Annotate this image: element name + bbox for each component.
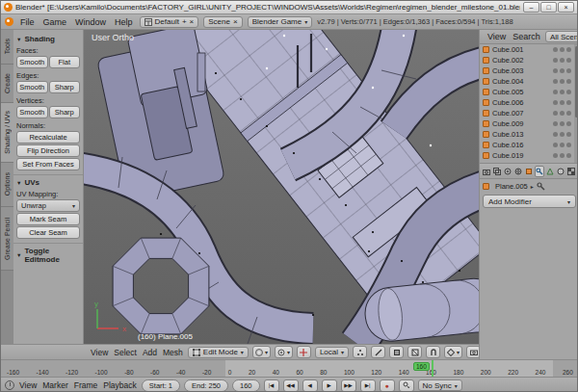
manipulator-translate-button[interactable] [297, 346, 311, 358]
screen-layout-selector[interactable]: Default + × [140, 16, 199, 28]
tab-object-data[interactable] [545, 166, 555, 177]
tab-shading-uvs[interactable]: Shading / UVs [1, 103, 13, 163]
timeline-menu-playback[interactable]: Playback [102, 380, 138, 390]
outliner-row[interactable]: Cube.001 [480, 44, 574, 55]
menu-select[interactable]: Select [113, 348, 138, 357]
auto-keyframe-button[interactable] [399, 379, 414, 392]
viewport-shading-dropdown[interactable]: ▾ [252, 346, 271, 358]
playhead-line[interactable] [432, 360, 434, 377]
unwrap-dropdown[interactable]: Unwrap ▾ [16, 199, 80, 212]
clear-seam-button[interactable]: Clear Seam [16, 226, 80, 239]
maximize-button[interactable]: □ [540, 2, 557, 13]
render-camera-icon[interactable] [566, 68, 571, 73]
eye-icon[interactable] [553, 68, 558, 73]
render-camera-icon[interactable] [566, 143, 571, 147]
tab-material[interactable] [556, 166, 565, 177]
outliner-row[interactable]: Cube.013 [480, 129, 574, 140]
sync-mode-dropdown[interactable]: No Sync ▾ [418, 379, 462, 391]
render-camera-icon[interactable] [566, 58, 571, 63]
tab-world[interactable] [513, 166, 523, 177]
prev-keyframe-button[interactable]: ◀◀ [283, 379, 299, 392]
select-arrow-icon[interactable] [560, 100, 565, 105]
scene-close-icon[interactable]: × [233, 17, 238, 26]
tab-render-layers[interactable] [492, 166, 502, 177]
select-arrow-icon[interactable] [560, 90, 565, 94]
render-camera-icon[interactable] [566, 121, 571, 126]
mark-seam-button[interactable]: Mark Seam [16, 213, 80, 225]
vertices-smooth-button[interactable]: Smooth [16, 106, 48, 118]
render-engine-selector[interactable]: Blender Game ▾ [248, 16, 313, 28]
jump-to-end-button[interactable]: ▶| [360, 379, 376, 392]
select-mode-edge-button[interactable] [371, 346, 385, 358]
layout-close-icon[interactable]: × [190, 17, 195, 26]
menu-add[interactable]: Add [142, 348, 158, 357]
select-mode-vertex-button[interactable] [353, 346, 367, 358]
render-camera-icon[interactable] [566, 47, 571, 52]
timeline-editor-icon[interactable] [5, 380, 14, 390]
timeline-menu-view[interactable]: View [18, 380, 38, 390]
outliner-scope-dropdown[interactable]: All Scenes ▾ [545, 31, 578, 42]
snap-magnet-button[interactable] [426, 346, 440, 358]
select-arrow-icon[interactable] [560, 47, 565, 52]
eye-icon[interactable] [553, 79, 558, 84]
outliner-menu-view[interactable]: View [486, 32, 508, 41]
edges-sharp-button[interactable]: Sharp [49, 81, 81, 93]
tab-texture[interactable] [566, 166, 576, 177]
end-frame-field[interactable]: End: 250 [184, 379, 228, 392]
edges-smooth-button[interactable]: Smooth [16, 81, 48, 93]
tab-render[interactable] [482, 166, 491, 177]
faces-flat-button[interactable]: Flat [49, 56, 81, 68]
outliner-row[interactable]: Cube.002 [480, 55, 574, 65]
flip-direction-button[interactable]: Flip Direction [16, 144, 80, 157]
render-camera-icon[interactable] [566, 132, 571, 137]
play-button[interactable]: ▶ [322, 379, 337, 392]
scene-selector[interactable]: Scene × [203, 16, 242, 28]
timeline-menu-marker[interactable]: Marker [41, 380, 68, 390]
outliner-row[interactable]: Cube.009 [480, 118, 574, 129]
tab-scene[interactable] [503, 166, 512, 177]
jump-to-start-button[interactable]: |◀ [264, 379, 279, 392]
current-frame-field[interactable]: 160 [232, 379, 260, 392]
render-opengl-button[interactable] [466, 346, 479, 358]
panel-header-shading[interactable]: ▼ Shading [16, 35, 80, 43]
blender-menu-icon[interactable] [5, 17, 13, 26]
tab-create[interactable]: Create [1, 65, 13, 103]
eye-icon[interactable] [553, 132, 558, 137]
viewport-3d[interactable]: User Ortho x y (160) Plane.005 [84, 30, 479, 344]
panel-header-uvs[interactable]: ▼ UVs [16, 178, 80, 187]
render-camera-icon[interactable] [566, 100, 571, 105]
outliner-row[interactable]: Cube.003 [480, 65, 574, 76]
render-camera-icon[interactable] [566, 90, 571, 94]
outliner-row[interactable]: Cube.007 [480, 108, 574, 118]
menu-mesh[interactable]: Mesh [162, 348, 184, 357]
add-modifier-dropdown[interactable]: Add Modifier ▾ [483, 195, 576, 208]
recalculate-button[interactable]: Recalculate [16, 131, 80, 144]
eye-icon[interactable] [553, 111, 558, 116]
render-camera-icon[interactable] [566, 79, 571, 84]
select-arrow-icon[interactable] [560, 153, 565, 158]
pivot-point-dropdown[interactable]: ▾ [275, 346, 293, 358]
menu-help[interactable]: Help [113, 17, 135, 27]
eye-icon[interactable] [553, 121, 558, 126]
snap-target-dropdown[interactable]: ▾ [444, 346, 462, 358]
select-arrow-icon[interactable] [560, 58, 565, 63]
outliner-scrollbar[interactable] [574, 44, 578, 163]
menu-game[interactable]: Game [41, 17, 69, 27]
next-keyframe-button[interactable]: ▶▶ [341, 379, 356, 392]
layout-add-icon[interactable]: + [182, 17, 187, 26]
mode-dropdown[interactable]: Edit Mode ▾ [188, 347, 249, 358]
outliner-row[interactable]: Cube.006 [480, 97, 574, 108]
vertices-sharp-button[interactable]: Sharp [49, 106, 81, 118]
eye-icon[interactable] [553, 47, 558, 52]
render-camera-icon[interactable] [566, 111, 571, 116]
menu-view[interactable]: View [90, 348, 109, 357]
eye-icon[interactable] [553, 153, 558, 158]
tab-modifiers[interactable] [535, 166, 544, 177]
select-arrow-icon[interactable] [560, 68, 565, 73]
start-frame-field[interactable]: Start: 1 [142, 379, 180, 392]
eye-icon[interactable] [553, 58, 558, 63]
record-button[interactable]: ● [380, 379, 395, 392]
select-arrow-icon[interactable] [560, 132, 565, 137]
mesh-canvas[interactable] [84, 30, 479, 344]
tab-grease-pencil[interactable]: Grease Pencil [1, 207, 13, 271]
